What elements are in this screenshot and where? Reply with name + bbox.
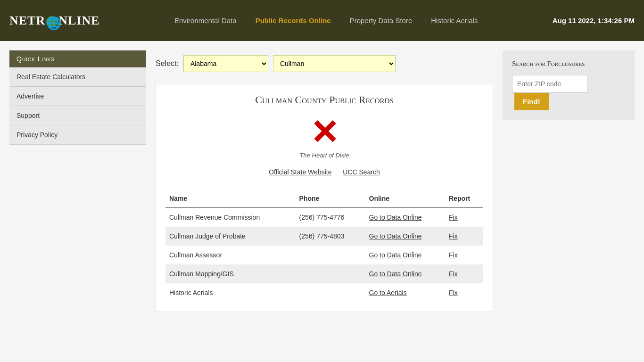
- row-phone: (256) 775-4803: [296, 227, 365, 246]
- fix-link[interactable]: Fix: [449, 232, 458, 240]
- go-to-data-online-link[interactable]: Go to Data Online: [369, 270, 422, 278]
- nav-environmental-data[interactable]: Environmental Data: [165, 12, 246, 29]
- select-area: Select: Alabama Cullman: [156, 50, 493, 77]
- ucc-search-link[interactable]: UCC Search: [343, 168, 380, 176]
- go-to-data-online-link[interactable]: Go to Aerials: [369, 289, 407, 296]
- nav-links: Environmental Data Public Records Online…: [165, 12, 487, 29]
- right-sidebar: Search for Forclosures Find!: [503, 50, 635, 312]
- state-motto: The Heart of Dixie: [165, 152, 483, 159]
- row-name: Cullman Revenue Commission: [165, 207, 296, 227]
- col-online: Online: [365, 190, 446, 207]
- table-row: Historic AerialsGo to AerialsFix: [165, 283, 483, 302]
- sidebar-item-advertise[interactable]: Advertise: [9, 87, 146, 106]
- county-title: Cullman County Public Records: [165, 94, 483, 106]
- go-to-data-online-link[interactable]: Go to Data Online: [369, 232, 422, 240]
- sidebar: Quick Links Real Estate Calculators Adve…: [9, 50, 146, 312]
- fix-link[interactable]: Fix: [449, 214, 458, 221]
- center-content: Select: Alabama Cullman Cullman County P…: [156, 50, 493, 312]
- row-phone: [296, 283, 365, 302]
- main-container: Quick Links Real Estate Calculators Adve…: [0, 41, 644, 321]
- row-report: Fix: [445, 264, 483, 283]
- nav-historic-aerials[interactable]: Historic Aerials: [421, 12, 487, 29]
- logo-area: NETR🌐NLINE: [9, 14, 100, 28]
- county-box: Cullman County Public Records ✕ The Hear…: [156, 84, 493, 312]
- fix-link[interactable]: Fix: [449, 289, 458, 296]
- county-select[interactable]: Cullman: [273, 55, 396, 72]
- select-label: Select:: [156, 59, 179, 68]
- globe-icon: 🌐: [46, 16, 58, 27]
- foreclosure-search: Find!: [512, 75, 625, 110]
- nav-public-records-online[interactable]: Public Records Online: [246, 12, 340, 29]
- row-online: Go to Data Online: [365, 264, 446, 283]
- sidebar-item-real-estate-calculators[interactable]: Real Estate Calculators: [9, 67, 146, 87]
- row-name: Cullman Assessor: [165, 246, 296, 264]
- col-name: Name: [165, 190, 296, 207]
- logo-text: NETR🌐NLINE: [9, 14, 100, 28]
- table-row: Cullman Revenue Commission(256) 775-4776…: [165, 207, 483, 227]
- row-report: Fix: [445, 283, 483, 302]
- table-header-row: Name Phone Online Report: [165, 190, 483, 207]
- official-state-website-link[interactable]: Official State Website: [269, 168, 331, 176]
- foreclosure-box: Search for Forclosures Find!: [503, 50, 635, 120]
- row-phone: [296, 246, 365, 264]
- row-name: Cullman Judge of Probate: [165, 227, 296, 246]
- go-to-data-online-link[interactable]: Go to Data Online: [369, 214, 422, 221]
- col-phone: Phone: [296, 190, 365, 207]
- table-row: Cullman Judge of Probate(256) 775-4803Go…: [165, 227, 483, 246]
- row-online: Go to Data Online: [365, 207, 446, 227]
- col-report: Report: [445, 190, 483, 207]
- state-select[interactable]: Alabama: [183, 55, 268, 72]
- go-to-data-online-link[interactable]: Go to Data Online: [369, 251, 422, 259]
- quick-links-header: Quick Links: [9, 50, 146, 67]
- fix-link[interactable]: Fix: [449, 251, 458, 259]
- row-phone: [296, 264, 365, 283]
- state-links: Official State Website UCC Search: [165, 168, 483, 176]
- row-name: Historic Aerials: [165, 283, 296, 302]
- find-button[interactable]: Find!: [514, 93, 549, 110]
- row-report: Fix: [445, 246, 483, 264]
- row-report: Fix: [445, 227, 483, 246]
- state-cross-icon: ✕: [310, 114, 339, 151]
- datetime: Aug 11 2022, 1:34:26 PM: [553, 16, 635, 25]
- nav-property-data-store[interactable]: Property Data Store: [340, 12, 422, 29]
- table-row: Cullman AssessorGo to Data OnlineFix: [165, 246, 483, 264]
- fix-link[interactable]: Fix: [449, 270, 458, 278]
- row-online: Go to Aerials: [365, 283, 446, 302]
- sidebar-item-privacy-policy[interactable]: Privacy Policy: [9, 125, 146, 145]
- zip-input[interactable]: [512, 75, 587, 93]
- header: NETR🌐NLINE Environmental Data Public Rec…: [0, 0, 644, 41]
- state-symbol-area: ✕: [165, 115, 483, 149]
- row-phone: (256) 775-4776: [296, 207, 365, 227]
- row-report: Fix: [445, 207, 483, 227]
- row-online: Go to Data Online: [365, 246, 446, 264]
- table-row: Cullman Mapping/GISGo to Data OnlineFix: [165, 264, 483, 283]
- row-online: Go to Data Online: [365, 227, 446, 246]
- records-table: Name Phone Online Report Cullman Revenue…: [165, 190, 483, 302]
- records-tbody: Cullman Revenue Commission(256) 775-4776…: [165, 207, 483, 302]
- sidebar-item-support[interactable]: Support: [9, 106, 146, 125]
- row-name: Cullman Mapping/GIS: [165, 264, 296, 283]
- foreclosure-title: Search for Forclosures: [512, 60, 625, 68]
